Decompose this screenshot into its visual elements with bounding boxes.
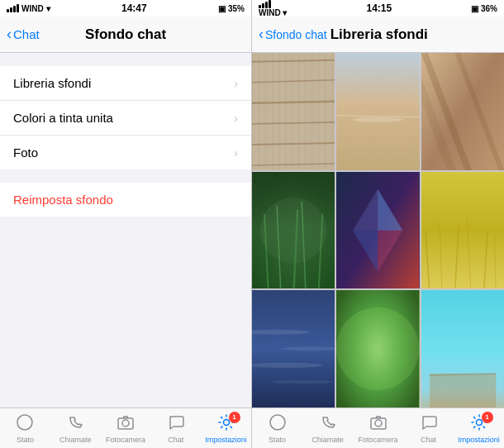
tab-fotocamera[interactable]: Fotocamera xyxy=(101,413,151,444)
right-tab-chat-label: Chat xyxy=(421,436,436,444)
right-carrier-label: WIND xyxy=(259,8,281,17)
stato-icon xyxy=(16,413,34,434)
back-label: Chat xyxy=(13,27,40,41)
menu-item-libreria[interactable]: Libreria sfondi › xyxy=(0,66,251,101)
svg-line-8 xyxy=(252,122,335,124)
tab-chiamate[interactable]: Chiamate xyxy=(50,413,101,444)
svg-line-10 xyxy=(252,164,335,165)
svg-line-9 xyxy=(252,143,335,145)
libreria-label: Libreria sfondi xyxy=(13,76,91,90)
wallpaper-item-3[interactable] xyxy=(421,53,504,170)
left-right-status: ▣ 35% xyxy=(218,4,245,13)
tab-fotocamera-label: Fotocamera xyxy=(106,436,145,444)
left-status-bar: WIND ▾ 14:47 ▣ 35% xyxy=(0,0,251,17)
wallpaper-item-1[interactable] xyxy=(252,53,335,170)
wifi-icon: ▾ xyxy=(46,4,50,13)
tab-bar-left: Stato Chiamate Fotocamera Chat 1 Imp xyxy=(0,407,251,448)
tab-impostazioni-label: Impostazioni xyxy=(205,436,247,444)
svg-point-2 xyxy=(122,420,129,427)
nav-title: Sfondo chat xyxy=(85,26,166,43)
right-wifi-icon: ▾ xyxy=(283,8,287,17)
back-button[interactable]: ‹ Chat xyxy=(7,26,40,43)
chiamate-icon xyxy=(66,413,84,434)
right-stato-icon xyxy=(269,413,287,434)
right-tab-fotocamera-label: Fotocamera xyxy=(358,436,397,444)
svg-point-0 xyxy=(17,415,32,430)
svg-rect-4 xyxy=(252,53,335,170)
left-panel: WIND ▾ 14:47 ▣ 35% ‹ Chat Sfondo chat Li… xyxy=(0,0,252,448)
right-back-button[interactable]: ‹ Sfondo chat xyxy=(259,26,327,43)
right-status-bar: WIND ▾ 14:15 ▣ 36% xyxy=(252,0,504,17)
wallpaper-item-2[interactable] xyxy=(336,53,419,170)
tab-chat-label: Chat xyxy=(168,436,183,444)
wallpaper-item-7[interactable] xyxy=(252,290,335,407)
right-chiamate-icon xyxy=(319,413,337,434)
fotocamera-icon xyxy=(116,413,135,434)
right-impostazioni-icon: 1 xyxy=(470,413,488,434)
svg-rect-45 xyxy=(430,374,496,407)
menu-item-foto[interactable]: Foto › xyxy=(0,136,251,169)
tab-chiamate-label: Chiamate xyxy=(59,436,92,444)
svg-line-21 xyxy=(293,209,297,288)
right-tab-impostazioni[interactable]: 1 Impostazioni xyxy=(454,413,504,444)
right-tab-chat[interactable]: Chat xyxy=(403,413,454,444)
svg-point-3 xyxy=(223,419,229,425)
chevron-right-icon-foto: › xyxy=(234,145,238,160)
svg-line-22 xyxy=(302,201,306,288)
svg-line-20 xyxy=(277,205,281,288)
badge-count: 1 xyxy=(229,412,240,423)
right-chevron-left-icon: ‹ xyxy=(259,26,264,43)
battery-label: 35% xyxy=(228,4,245,13)
right-tab-stato[interactable]: Stato xyxy=(252,413,302,444)
right-tab-chiamate[interactable]: Chiamate xyxy=(302,413,353,444)
svg-point-24 xyxy=(260,197,326,263)
tab-impostazioni[interactable]: 1 Impostazioni xyxy=(201,413,251,444)
right-tab-fotocamera[interactable]: Fotocamera xyxy=(353,413,403,444)
wallpaper-grid xyxy=(252,53,504,407)
empty-area xyxy=(0,217,251,407)
chevron-right-icon-libreria: › xyxy=(234,76,238,90)
time-label: 14:47 xyxy=(121,2,147,14)
svg-line-7 xyxy=(252,102,335,103)
svg-line-5 xyxy=(252,60,335,62)
svg-line-23 xyxy=(318,213,322,288)
right-chat-icon xyxy=(420,413,438,434)
reset-button[interactable]: Reimposta sfondo xyxy=(0,183,251,217)
carrier-label: WIND xyxy=(21,4,44,13)
reset-label: Reimposta sfondo xyxy=(13,193,113,207)
menu-item-colori[interactable]: Colori a tinta unita › xyxy=(0,101,251,136)
chevron-left-icon: ‹ xyxy=(7,26,12,43)
wallpaper-item-5[interactable] xyxy=(336,172,419,289)
right-nav-title: Libreria sfondi xyxy=(330,26,428,43)
left-nav-bar: ‹ Chat Sfondo chat xyxy=(0,17,251,53)
right-fotocamera-icon xyxy=(369,413,388,434)
right-back-label: Sfondo chat xyxy=(265,28,327,41)
svg-point-12 xyxy=(353,117,402,122)
svg-rect-11 xyxy=(336,53,419,170)
wallpaper-item-8[interactable] xyxy=(336,290,419,407)
wallpaper-item-9[interactable] xyxy=(421,290,504,407)
chevron-right-icon-colori: › xyxy=(234,111,238,125)
svg-point-49 xyxy=(375,420,382,427)
left-carrier-info: WIND ▾ xyxy=(7,4,50,13)
battery-icon: ▣ xyxy=(218,4,226,13)
tab-stato[interactable]: Stato xyxy=(0,413,50,444)
svg-rect-18 xyxy=(252,172,335,289)
right-right-status: ▣ 36% xyxy=(471,4,497,13)
right-signal-icon xyxy=(259,0,287,8)
right-battery-label: 36% xyxy=(481,4,497,13)
svg-point-47 xyxy=(270,415,285,430)
tab-chat[interactable]: Chat xyxy=(150,413,201,444)
wallpaper-item-6[interactable] xyxy=(421,172,504,289)
right-badge-count: 1 xyxy=(482,412,493,423)
right-tab-bar: Stato Chiamate Fotocamera Chat 1 Imp xyxy=(252,407,504,448)
right-battery-icon: ▣ xyxy=(471,4,478,13)
svg-point-50 xyxy=(476,419,482,425)
svg-line-19 xyxy=(264,213,269,288)
right-carrier-info: WIND ▾ xyxy=(259,0,287,17)
svg-line-6 xyxy=(252,80,335,83)
signal-icon xyxy=(7,4,19,12)
settings-menu: Libreria sfondi › Colori a tinta unita ›… xyxy=(0,66,251,169)
wallpaper-item-4[interactable] xyxy=(252,172,335,289)
svg-point-41 xyxy=(270,380,333,384)
